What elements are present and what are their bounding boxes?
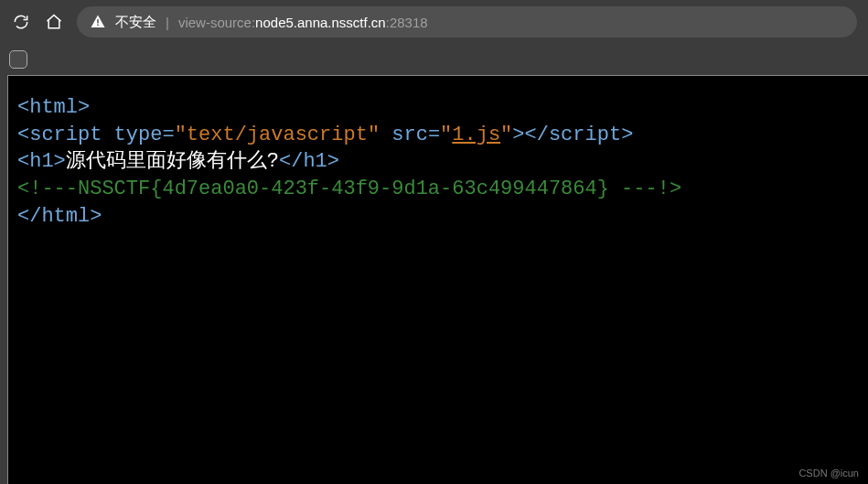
wrap-checkbox[interactable]	[9, 50, 27, 69]
warning-icon	[90, 14, 106, 30]
h1-text: 源代码里面好像有什么?	[66, 150, 279, 173]
tag-script-gt: >	[512, 124, 524, 146]
url-port: :28318	[386, 15, 428, 30]
url-prefix: view-source:	[178, 15, 255, 30]
separator: |	[166, 15, 169, 30]
sub-toolbar	[0, 44, 868, 75]
browser-toolbar: 不安全 | view-source:node5.anna.nssctf.cn:2…	[0, 0, 868, 44]
url-host: node5.anna.nssctf.cn	[255, 15, 386, 30]
tag-script-open: <script	[17, 124, 102, 146]
svg-rect-1	[97, 25, 99, 27]
attr-type-name: type=	[102, 124, 174, 146]
security-label: 不安全	[115, 14, 156, 31]
src-link[interactable]: 1.js	[452, 124, 500, 146]
url-text: view-source:node5.anna.nssctf.cn:28318	[178, 15, 428, 30]
home-icon[interactable]	[44, 12, 64, 32]
tag-h1-close: </h1>	[279, 150, 339, 173]
source-code: <html> <script type="text/javascript" sr…	[17, 94, 859, 230]
attr-src-name: src=	[380, 124, 440, 146]
tag-html-open: <html>	[17, 96, 90, 119]
html-comment: <!---NSSCTF{4d7ea0a0-423f-43f9-9d1a-63c4…	[17, 177, 681, 200]
tag-html-close: </html>	[17, 205, 102, 228]
attr-src-q2: "	[500, 124, 512, 146]
attr-src-q1: "	[440, 124, 452, 146]
source-viewport: <html> <script type="text/javascript" sr…	[7, 75, 868, 484]
tag-script-close: </script>	[525, 124, 634, 146]
tag-h1-open: <h1>	[17, 150, 66, 173]
watermark: CSDN @icun	[798, 468, 859, 479]
attr-type-val: "text/javascript"	[175, 124, 380, 146]
svg-rect-0	[97, 19, 99, 24]
address-bar[interactable]: 不安全 | view-source:node5.anna.nssctf.cn:2…	[77, 6, 857, 38]
refresh-icon[interactable]	[11, 12, 31, 32]
